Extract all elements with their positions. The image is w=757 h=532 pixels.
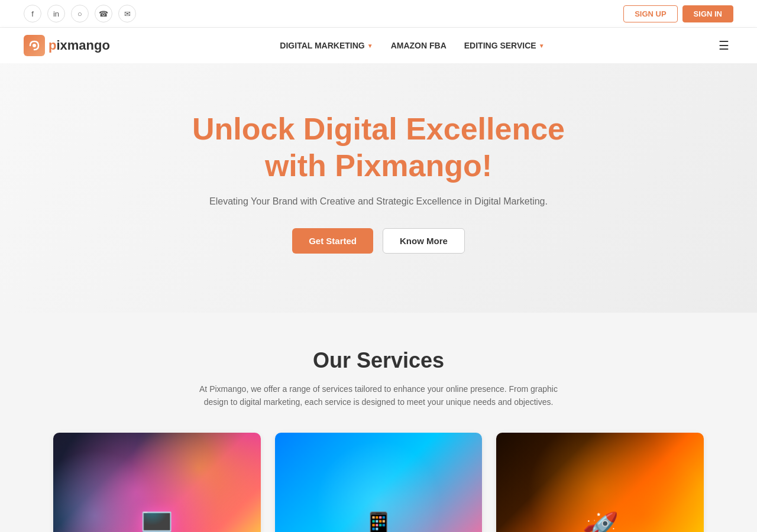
nav-editing-service[interactable]: EDITING SERVICE ▼ [464,41,545,50]
hero-title: Unlock Digital Excellence with Pixmango! [24,111,733,184]
know-more-button[interactable]: Know More [383,228,465,254]
get-started-button[interactable]: Get Started [292,228,373,254]
hero-buttons: Get Started Know More [24,228,733,254]
top-bar: f in ○ ☎ ✉ SIGN UP SIGN IN [0,0,757,28]
linkedin-icon[interactable]: in [47,5,65,22]
logo[interactable]: pixmango [24,35,110,56]
nav-digital-marketing[interactable]: DIGITAL MARKETING ▼ [280,41,373,50]
services-title: Our Services [24,348,733,373]
logo-icon [24,35,45,56]
signin-button[interactable]: SIGN IN [682,5,733,22]
hero-section: Unlock Digital Excellence with Pixmango!… [0,63,757,313]
nav-amazon-fba[interactable]: AMAZON FBA [391,41,447,50]
card-digital-marketing: Digital Marketing Harnessing the power o… [275,433,483,532]
hamburger-menu[interactable]: ☰ [714,36,733,55]
card-graphics-design: Graphics Design Designing visually compe… [53,433,261,532]
logo-text: pixmango [48,38,110,53]
card-image-digital [275,433,483,532]
auth-buttons: SIGN UP SIGN IN [623,5,733,22]
navbar: pixmango DIGITAL MARKETING ▼ AMAZON FBA … [0,28,757,63]
nav-links: DIGITAL MARKETING ▼ AMAZON FBA EDITING S… [280,41,544,50]
card-image-graphics [53,433,261,532]
email-icon[interactable]: ✉ [118,5,136,22]
facebook-icon[interactable]: f [24,5,41,22]
instagram-icon[interactable]: ○ [71,5,89,22]
services-cards-grid: Graphics Design Designing visually compe… [53,433,704,532]
chevron-down-icon-editing: ▼ [539,43,545,49]
social-icons: f in ○ ☎ ✉ [24,5,136,22]
signup-button[interactable]: SIGN UP [623,5,677,22]
card-seo: SEO Looking to enhance your online prese… [496,433,704,532]
svg-point-0 [33,44,36,47]
hero-subtitle: Elevating Your Brand with Creative and S… [24,196,733,207]
phone-icon[interactable]: ☎ [95,5,112,22]
chevron-down-icon: ▼ [367,43,373,49]
card-image-seo [496,433,704,532]
services-description: At Pixmango, we offer a range of service… [195,382,562,409]
services-section: Our Services At Pixmango, we offer a ran… [0,313,757,532]
